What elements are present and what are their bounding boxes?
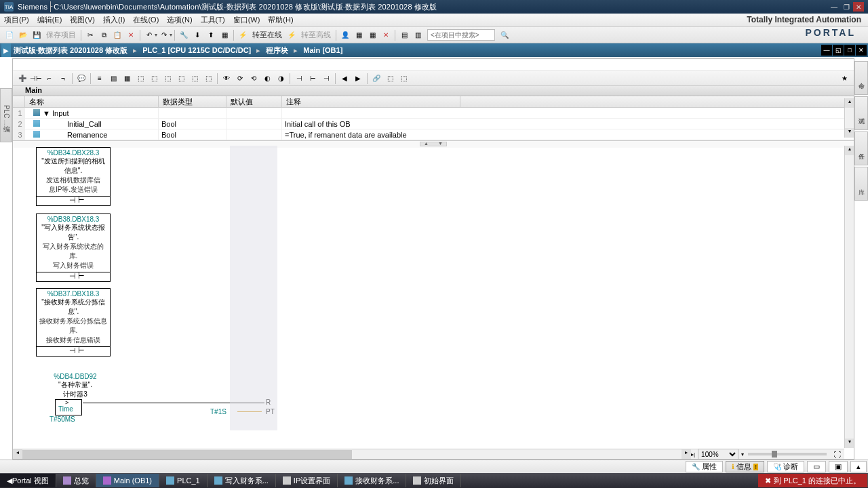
connection-error[interactable]: ✖到 PLC_1 的连接已中止。 <box>758 474 868 487</box>
menu-help[interactable]: 帮助(H) <box>264 15 297 25</box>
undo-button[interactable]: ↶ <box>143 29 155 41</box>
editor-close-button[interactable]: ✕ <box>856 45 867 56</box>
right-tab-libs[interactable]: 库 <box>854 167 868 201</box>
et-insert-nc[interactable]: ⊣⊢ <box>30 73 42 85</box>
tab-write-fin[interactable]: 写入财务系... <box>208 474 276 487</box>
right-tab-testing[interactable]: 测试 <box>854 96 868 130</box>
new-project-button[interactable]: 📄 <box>3 29 16 41</box>
et-b9[interactable]: ⬚ <box>202 73 214 85</box>
tb-btn-x[interactable]: ✕ <box>380 29 392 41</box>
et-insert-network[interactable]: ➕ <box>16 73 28 85</box>
inspector-toggle2[interactable]: ▣ <box>829 461 848 472</box>
et-d3[interactable]: ⊣ <box>320 73 332 85</box>
tab-main-ob1[interactable]: Main (OB1) <box>96 474 159 487</box>
info-tab[interactable]: ℹ信息 ! <box>726 461 764 472</box>
menu-online[interactable]: 在线(O) <box>129 15 163 25</box>
go-online-label[interactable]: 转至在线 <box>252 30 282 40</box>
tab-ipset[interactable]: IP设置界面 <box>276 474 338 487</box>
et-branch-close[interactable]: ¬ <box>57 73 69 85</box>
et-b4[interactable]: ⬚ <box>134 73 146 85</box>
et-b5[interactable]: ⬚ <box>148 73 160 85</box>
cut-button[interactable]: ✂ <box>84 29 96 41</box>
et-b7[interactable]: ⬚ <box>175 73 187 85</box>
crumb-blocks[interactable]: 程序块 <box>263 45 291 56</box>
menu-options[interactable]: 选项(N) <box>163 15 196 25</box>
tb-btn-b[interactable]: ▦ <box>353 29 365 41</box>
et-d1[interactable]: ⊣ <box>293 73 305 85</box>
go-online-icon[interactable]: ⚡ <box>237 29 249 41</box>
inspector-toggle1[interactable]: ▭ <box>807 461 826 472</box>
portal-view-button[interactable]: ◀ Portal 视图 <box>0 474 56 487</box>
ladder-editor[interactable]: %DB34.DBX28.3 "发送所扫描到的相机信息". 发送相机数据库信 息I… <box>13 146 844 448</box>
tab-overview[interactable]: 总览 <box>56 474 96 487</box>
et-d2[interactable]: ⊢ <box>307 73 319 85</box>
open-project-button[interactable]: 📂 <box>17 29 29 41</box>
et-c1[interactable]: ⟳ <box>234 73 246 85</box>
col-type[interactable]: 数据类型 <box>159 96 226 107</box>
iface-row-initialcall[interactable]: 2 Initial_Call Bool Initial call of this… <box>13 119 854 129</box>
col-comment[interactable]: 注释 <box>282 96 460 107</box>
close-button[interactable]: ✕ <box>853 2 864 12</box>
crumb-main[interactable]: Main [OB1] <box>300 46 345 54</box>
zoom-slider[interactable] <box>748 453 827 455</box>
editor-min-button[interactable]: — <box>821 45 832 56</box>
tb-btn-a[interactable]: 👤 <box>339 29 351 41</box>
tab-recv-fin[interactable]: 接收财务系... <box>338 474 406 487</box>
ladder-vscroll[interactable]: ▴ ▾ <box>844 146 854 448</box>
tab-plc1[interactable]: PLC_1 <box>159 474 208 487</box>
crumb-project[interactable]: 测试版·数据列表 20201028 修改版 <box>11 45 130 56</box>
et-f1[interactable]: 🔗 <box>370 73 382 85</box>
tb-btn-c[interactable]: ▦ <box>366 29 378 41</box>
copy-button[interactable]: ⧉ <box>98 29 110 41</box>
crumb-plc[interactable]: PLC_1 [CPU 1215C DC/DC/DC] <box>140 46 254 54</box>
et-c2[interactable]: ⟲ <box>248 73 260 85</box>
tab-init-ui[interactable]: 初始界面 <box>406 474 461 487</box>
menu-insert[interactable]: 插入(I) <box>99 15 129 25</box>
et-e2[interactable]: ▶ <box>352 73 364 85</box>
et-f3[interactable]: ⬚ <box>397 73 410 85</box>
maximize-button[interactable]: ❐ <box>841 2 852 12</box>
split-h-button[interactable]: ▤ <box>398 29 410 41</box>
et-b6[interactable]: ⬚ <box>161 73 174 85</box>
et-b2[interactable]: ▤ <box>107 73 119 85</box>
compile-button[interactable]: 🔧 <box>178 29 190 41</box>
col-name[interactable]: 名称 <box>25 96 159 107</box>
search-button[interactable]: 🔍 <box>498 29 511 41</box>
et-f2[interactable]: ⬚ <box>384 73 396 85</box>
editor-float-button[interactable]: ◱ <box>833 45 844 56</box>
iface-row-input[interactable]: 1 ▼Input <box>13 108 854 119</box>
save-button[interactable]: 💾 <box>31 29 43 41</box>
et-branch-open[interactable]: ⌐ <box>43 73 56 85</box>
editor-max-button[interactable]: □ <box>844 45 855 56</box>
et-b3[interactable]: ▦ <box>121 73 133 85</box>
right-tab-instructions[interactable]: 命令 <box>854 61 868 95</box>
et-c3[interactable]: ◐ <box>261 73 273 85</box>
right-tab-tasks[interactable]: 任务 <box>854 131 868 165</box>
iface-row-remanence[interactable]: 3 Remanence Bool =True, if remanent data… <box>13 129 854 140</box>
et-c4[interactable]: ◑ <box>275 73 287 85</box>
menu-project[interactable]: 项目(P) <box>0 15 33 25</box>
breadcrumb-back[interactable]: ▶ <box>1 43 11 57</box>
redo-button[interactable]: ↷ <box>158 29 170 41</box>
iface-vscroll[interactable]: ▴ ▾ <box>844 98 854 138</box>
inspector-collapse[interactable]: ▴ <box>850 461 867 472</box>
project-search-input[interactable] <box>427 29 495 41</box>
split-v-button[interactable]: ▥ <box>412 29 424 41</box>
paste-button[interactable]: 📋 <box>111 29 123 41</box>
delete-button[interactable]: ✕ <box>125 29 137 41</box>
minimize-button[interactable]: — <box>829 2 840 12</box>
zoom-select[interactable]: 100% <box>698 449 738 460</box>
upload-button[interactable]: ⬆ <box>205 29 217 41</box>
menu-window[interactable]: 窗口(W) <box>229 15 264 25</box>
menu-edit[interactable]: 编辑(E) <box>33 15 66 25</box>
left-panel-tab[interactable]: PLC 编... <box>0 88 12 142</box>
properties-tab[interactable]: 🔧属性 <box>686 461 723 472</box>
diagnostics-tab[interactable]: 🩺诊断 <box>767 461 804 472</box>
download-button[interactable]: ⬇ <box>191 29 203 41</box>
et-b1[interactable]: ≡ <box>94 73 106 85</box>
et-e1[interactable]: ◀ <box>338 73 351 85</box>
et-b8[interactable]: ⬚ <box>189 73 201 85</box>
menu-view[interactable]: 视图(V) <box>66 15 99 25</box>
expand-icon[interactable]: ▼ <box>43 109 50 116</box>
sim-button[interactable]: ▦ <box>218 29 231 41</box>
